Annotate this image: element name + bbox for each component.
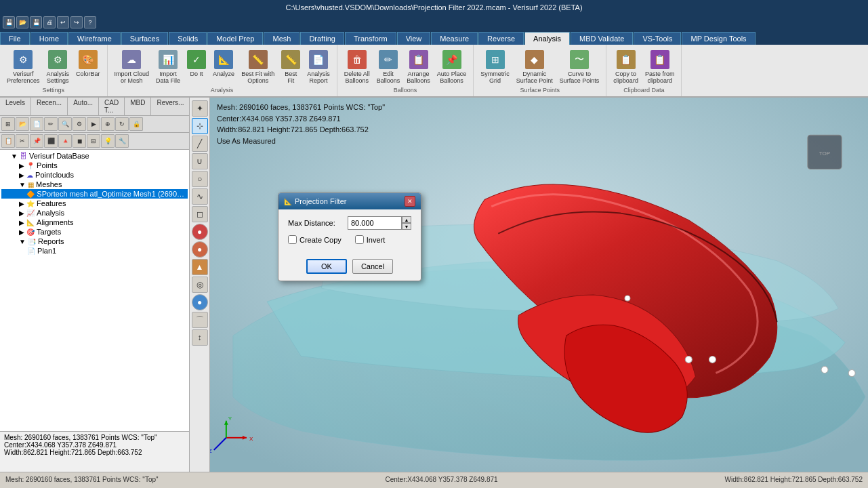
tab-solids[interactable]: Solids [169,32,207,45]
ptb-2[interactable]: 📂 [16,117,29,131]
tab-surfaces[interactable]: Surfaces [121,32,168,45]
btn-autoplace-balloons[interactable]: 📌 Auto PlaceBalloons [434,49,470,85]
tab-wireframe[interactable]: Wireframe [68,32,121,45]
btn-arrange-balloons[interactable]: 📋 ArrangeBalloons [404,49,433,85]
tab-file[interactable]: File [0,32,30,45]
tab-mbd[interactable]: MBD Validate [571,32,633,45]
tab-recent[interactable]: Recen... [31,98,68,115]
qa-new[interactable]: 💾 [3,16,15,28]
ptb-13[interactable]: 📌 [30,134,43,148]
btn-copy-clipboard[interactable]: 📋 Copy toclipboard [611,49,641,85]
tree-view[interactable]: ▼ 🗄 Verisurf DataBase ▶ 📍 Points ▶ ☁ Poi… [0,150,189,431]
qa-undo[interactable]: ↩ [57,16,69,28]
ptb-6[interactable]: ⚙ [73,117,86,131]
btn-edit-balloons[interactable]: ✏ EditBalloons [374,49,403,85]
ltb-sphere[interactable]: ● [192,241,208,258]
tab-view[interactable]: View [397,32,431,45]
tree-node-analysis[interactable]: ▶ 📈 Analysis [1,208,188,218]
ptb-4[interactable]: ✏ [44,117,58,131]
ltb-cone[interactable]: ▲ [192,259,208,275]
dialog-close-button[interactable]: ✕ [405,196,415,207]
tab-drafting[interactable]: Drafting [300,32,344,45]
ptb-5[interactable]: 🔍 [58,117,72,131]
ok-button[interactable]: OK [306,259,347,274]
tree-node-meshes[interactable]: ▼ ▦ Meshes [1,180,188,189]
ptb-3[interactable]: 📄 [30,117,43,131]
tab-reverse[interactable]: Revers... [151,98,190,115]
tab-mpdesign[interactable]: MP Design Tools [682,32,755,45]
tab-vstools[interactable]: VS-Tools [634,32,681,45]
ltb-plane[interactable]: ◻ [192,206,208,222]
btn-do-it[interactable]: ✓ Do It [184,49,209,85]
btn-curve-to-surface[interactable]: 〜 Curve toSurface Points [557,49,602,85]
ltb-line[interactable]: ╱ [192,136,208,152]
ltb-freeform[interactable]: ⌒ [192,312,208,328]
tree-node-features[interactable]: ▶ ⭐ Features [1,199,188,208]
ptb-15[interactable]: 🔺 [58,134,72,148]
tab-mbd[interactable]: MBD [125,98,151,115]
ltb-arc[interactable]: ∪ [192,153,208,169]
tree-node-reports[interactable]: ▼ 📑 Reports [1,237,188,246]
tab-measure[interactable]: Measure [431,32,478,45]
ltb-select[interactable]: ✦ [192,100,208,117]
tab-modelprep[interactable]: Model Prep [207,32,263,45]
max-distance-input[interactable] [348,216,402,230]
ptb-12[interactable]: ✂ [16,134,29,148]
tab-reverse[interactable]: Reverse [478,32,524,45]
ptb-7[interactable]: ▶ [87,117,100,131]
tab-home[interactable]: Home [30,32,68,45]
tab-analysis[interactable]: Analysis [524,32,570,45]
ltb-surface[interactable]: ● [192,294,208,310]
tab-transform[interactable]: Transform [345,32,396,45]
btn-analyze[interactable]: 📐 Analyze [210,49,237,85]
btn-import-data[interactable]: 📊 ImportData File [153,49,183,85]
ptb-9[interactable]: ↻ [115,117,129,131]
btn-analysis-settings[interactable]: ⚙ AnalysisSettings [44,49,73,85]
tab-cad[interactable]: CAD T... [99,98,125,115]
btn-verisurf-preferences[interactable]: ⚙ VerisurfPreferences [4,49,43,85]
tree-node-alignments[interactable]: ▶ 📐 Alignments [1,218,188,227]
ptb-16[interactable]: ◼ [73,134,86,148]
ptb-1[interactable]: ⊞ [1,117,15,131]
ltb-spline[interactable]: ∿ [192,188,208,205]
tree-node-mesh-item[interactable]: 🔶 SPortech mesh atl_Optimize Mesh1 (2690… [1,189,188,199]
ptb-10[interactable]: 🔒 [129,117,143,131]
ptb-8[interactable]: ⊕ [101,117,115,131]
create-copy-checkbox[interactable]: Create Copy [288,235,342,244]
invert-check[interactable] [355,235,364,244]
ptb-18[interactable]: 💡 [101,134,115,148]
btn-delete-balloons[interactable]: 🗑 Delete AllBalloons [342,49,373,85]
create-copy-check[interactable] [288,235,297,244]
invert-checkbox[interactable]: Invert [355,235,386,244]
tree-node-pointclouds[interactable]: ▶ ☁ Pointclouds [1,170,188,180]
qa-open[interactable]: 📂 [16,16,28,28]
qa-help[interactable]: ? [84,16,96,28]
tab-levels[interactable]: Levels [0,98,31,115]
btn-colorbar[interactable]: 🎨 ColorBar [73,49,103,85]
spin-down[interactable]: ▼ [402,223,411,230]
ptb-11[interactable]: 📋 [1,134,15,148]
btn-symmetric-grid[interactable]: ⊞ SymmetricGrid [478,49,512,85]
qa-redo[interactable]: ↪ [70,16,83,28]
spin-up[interactable]: ▲ [402,216,411,223]
tree-node-database[interactable]: ▼ 🗄 Verisurf DataBase [1,151,188,161]
tab-mesh[interactable]: Mesh [264,32,299,45]
ptb-14[interactable]: ⬛ [44,134,58,148]
tree-node-targets[interactable]: ▶ 🎯 Targets [1,227,188,237]
ptb-17[interactable]: ⊟ [87,134,100,148]
ltb-cursor[interactable]: ⊹ [192,118,208,134]
qa-save[interactable]: 💾 [30,16,42,28]
ltb-circle[interactable]: ○ [192,171,208,187]
btn-paste-clipboard[interactable]: 📋 Paste fromclipboard [642,49,678,85]
ltb-torus[interactable]: ◎ [192,277,208,293]
cancel-button[interactable]: Cancel [352,259,393,274]
tree-node-plan1[interactable]: 📄 Plan1 [1,246,188,256]
btn-best-fit-options[interactable]: 📏 Best Fit withOptions [239,49,277,85]
btn-best-fit[interactable]: 📏 BestFit [278,49,303,85]
btn-import-cloud[interactable]: ☁ Import Cloudor Mesh [112,49,152,85]
ltb-measure[interactable]: ↕ [192,329,208,346]
tree-node-points[interactable]: ▶ 📍 Points [1,161,188,170]
viewport[interactable]: TOP X Y Z Mesh: 2690160 faces, 1383761 P… [210,98,868,472]
ptb-19[interactable]: 🔧 [115,134,129,148]
btn-analysis-report[interactable]: 📄 AnalysisReport [304,49,333,85]
